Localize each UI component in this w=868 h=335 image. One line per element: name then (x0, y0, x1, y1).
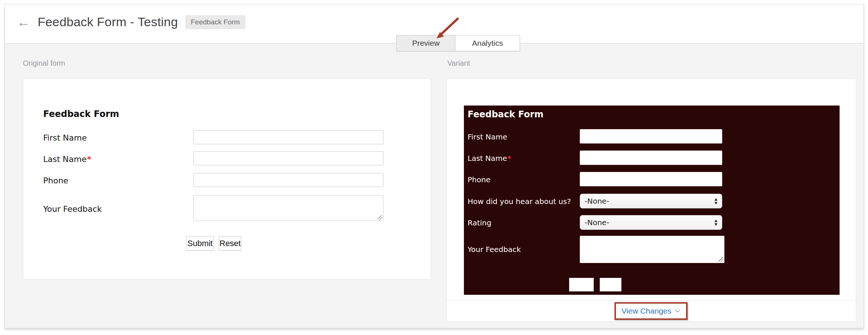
tab-preview[interactable]: Preview (396, 35, 455, 51)
hear-about-us-select[interactable]: -None- ▲▼ (580, 194, 722, 208)
tab-analytics[interactable]: Analytics (455, 35, 520, 51)
phone-label: Phone (43, 176, 69, 185)
your-feedback-label: Your Feedback (43, 204, 102, 214)
chevron-down-icon (675, 309, 681, 313)
your-feedback-textarea[interactable] (193, 195, 383, 221)
last-name-label: Last Name* (43, 155, 91, 164)
required-asterisk: * (507, 154, 511, 163)
phone-input[interactable] (193, 173, 383, 187)
select-value: -None- (580, 218, 714, 227)
page-title: Feedback Form - Testing (38, 15, 178, 29)
back-arrow-icon[interactable]: ← (17, 15, 30, 29)
resize-grip-icon (378, 215, 382, 220)
last-name-input[interactable] (193, 151, 383, 165)
select-updown-icon: ▲▼ (714, 197, 718, 205)
your-feedback-textarea[interactable] (580, 236, 724, 263)
select-updown-icon: ▲▼ (714, 219, 718, 226)
original-form-card: Feedback Form First Name Last Name* Phon… (23, 78, 431, 280)
original-form-section-label: Original form (23, 59, 65, 68)
submit-button[interactable]: Submit (186, 236, 214, 251)
form-title: Feedback Form (43, 109, 119, 119)
submit-button[interactable] (569, 278, 594, 291)
header-row: ← Feedback Form - Testing Feedback Form (17, 15, 245, 29)
variant-section-label: Variant (447, 59, 470, 68)
first-name-label: First Name (468, 132, 507, 141)
ab-test-preview-page: ← Feedback Form - Testing Feedback Form … (0, 0, 868, 335)
view-changes-button[interactable]: View Changes (614, 302, 688, 320)
variant-form-card: Feedback Form First Name Last Name* Phon… (446, 78, 856, 322)
last-name-label: Last Name* (468, 154, 512, 163)
card-divider (447, 300, 857, 301)
reset-button[interactable]: Reset (219, 236, 241, 251)
form-type-badge: Feedback Form (185, 15, 245, 29)
hear-about-us-label: How did you hear about us? (468, 197, 571, 206)
variant-form: Feedback Form First Name Last Name* Phon… (464, 106, 840, 295)
phone-input[interactable] (580, 172, 722, 186)
last-name-input[interactable] (580, 151, 722, 165)
first-name-label: First Name (43, 133, 87, 142)
your-feedback-label: Your Feedback (468, 245, 521, 254)
form-title: Feedback Form (468, 109, 544, 120)
first-name-input[interactable] (193, 130, 383, 144)
rating-select[interactable]: -None- ▲▼ (580, 215, 722, 230)
rating-label: Rating (468, 218, 492, 227)
first-name-input[interactable] (580, 129, 722, 144)
resize-grip-icon (719, 257, 723, 262)
preview-analytics-tabs: Preview Analytics (396, 35, 520, 51)
phone-label: Phone (468, 175, 491, 184)
required-asterisk: * (87, 155, 92, 164)
reset-button[interactable] (600, 278, 621, 291)
view-changes-label: View Changes (621, 307, 671, 315)
select-value: -None- (580, 197, 714, 206)
